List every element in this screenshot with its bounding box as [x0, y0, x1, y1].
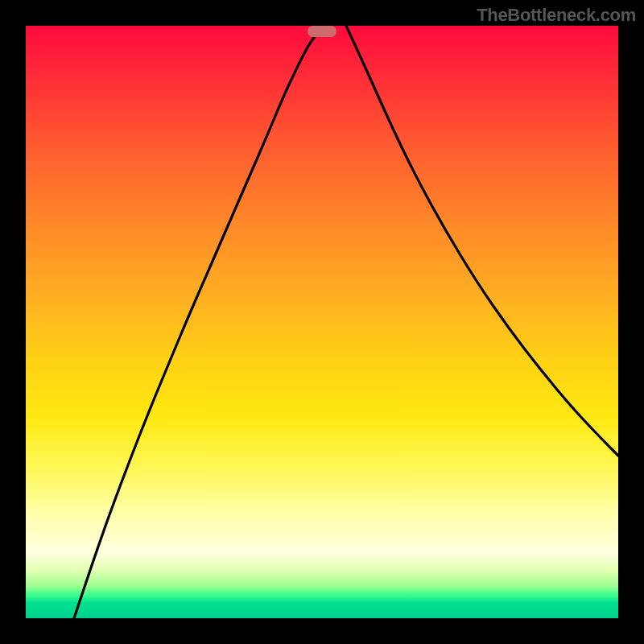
curve-layer [26, 26, 618, 618]
watermark-text: TheBottleneck.com [477, 5, 636, 26]
right-curve [346, 26, 618, 456]
bottleneck-marker [308, 26, 336, 37]
chart-frame: TheBottleneck.com [0, 0, 644, 644]
plot-area [26, 26, 618, 618]
left-curve [74, 26, 322, 618]
